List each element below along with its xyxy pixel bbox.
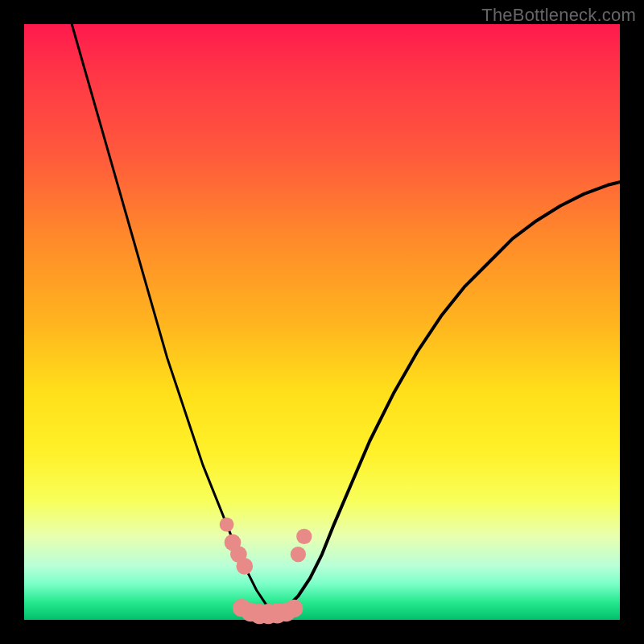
chart-plot-area [24, 24, 620, 620]
chart-svg [24, 24, 620, 620]
marker-dot [285, 600, 303, 617]
frame: TheBottleneck.com [0, 0, 644, 644]
chart-markers-group [220, 518, 312, 624]
chart-series-group [72, 24, 620, 614]
marker-dot [291, 547, 306, 562]
marker-dot [296, 529, 312, 544]
series-left-curve [72, 24, 275, 614]
watermark-text: TheBottleneck.com [481, 5, 636, 26]
marker-dot [236, 558, 253, 575]
series-right-curve [275, 182, 620, 614]
marker-dot [220, 518, 234, 532]
